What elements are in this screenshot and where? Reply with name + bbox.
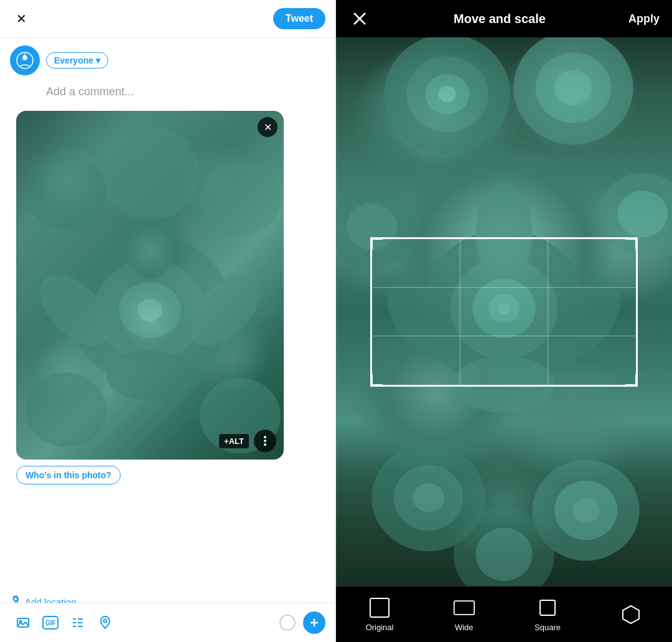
svg-point-15	[26, 154, 106, 229]
image-actions: +ALT	[219, 430, 276, 452]
svg-point-17	[26, 372, 106, 447]
original-icon	[368, 597, 391, 619]
image-preview-wrapper: ✕ +ALT	[16, 111, 284, 460]
close-button-right[interactable]	[348, 7, 371, 30]
svg-point-72	[475, 528, 532, 581]
more-options-button[interactable]	[254, 430, 276, 452]
svg-point-47	[554, 70, 592, 106]
full-image-bg	[336, 37, 672, 586]
image-preview-bg	[16, 111, 284, 460]
tab-custom[interactable]	[620, 603, 642, 626]
svg-rect-26	[17, 618, 29, 627]
svg-point-36	[104, 620, 107, 623]
wide-label: Wide	[455, 623, 474, 632]
alt-button[interactable]: +ALT	[219, 434, 249, 448]
svg-point-62	[347, 203, 397, 250]
left-header: ✕ Tweet	[0, 0, 335, 38]
whos-in-photo-section: Who's in this photo?	[16, 466, 319, 484]
svg-point-70	[572, 498, 600, 523]
user-row: Everyone ▾	[10, 45, 325, 75]
bottom-toolbar: GIF	[0, 603, 335, 642]
bottom-tab-bar: Original Wide Square	[336, 586, 672, 642]
audience-label: Everyone	[54, 55, 93, 65]
tab-wide[interactable]: Wide	[453, 597, 475, 632]
whos-in-photo-button[interactable]: Who's in this photo?	[16, 466, 121, 484]
svg-point-44	[439, 86, 456, 102]
svg-point-14	[100, 126, 200, 220]
svg-point-20	[264, 440, 266, 442]
svg-rect-73	[370, 598, 389, 617]
image-crop-area[interactable]	[336, 37, 672, 586]
svg-point-16	[200, 161, 281, 235]
audience-button[interactable]: Everyone ▾	[46, 52, 108, 68]
svg-text:GIF: GIF	[45, 620, 56, 626]
add-tweet-button[interactable]	[303, 611, 325, 634]
avatar	[10, 45, 40, 75]
tab-square[interactable]: Square	[534, 597, 561, 632]
svg-point-19	[264, 436, 266, 438]
custom-icon	[620, 603, 642, 626]
right-panel: Move and scale Apply	[336, 0, 672, 642]
right-header: Move and scale Apply	[336, 0, 672, 37]
svg-point-21	[264, 443, 266, 446]
svg-rect-75	[540, 600, 555, 615]
composer-area: Everyone ▾ Add a comment...	[0, 38, 335, 587]
list-toolbar-button[interactable]	[65, 610, 91, 636]
square-icon	[536, 597, 559, 619]
move-scale-title: Move and scale	[454, 12, 546, 26]
image-close-button[interactable]: ✕	[258, 117, 278, 137]
svg-point-22	[14, 597, 17, 601]
image-toolbar-button[interactable]	[10, 610, 36, 636]
chevron-down-icon: ▾	[96, 55, 100, 65]
svg-point-64	[617, 191, 668, 237]
comment-input[interactable]: Add a comment...	[10, 80, 325, 103]
svg-point-12	[106, 351, 194, 400]
original-label: Original	[366, 623, 394, 632]
svg-point-5	[138, 299, 162, 321]
svg-rect-74	[454, 601, 474, 615]
location-toolbar-button[interactable]	[92, 610, 118, 636]
left-panel: ✕ Tweet Everyone ▾ Add a comment...	[0, 0, 336, 642]
tweet-button[interactable]: Tweet	[273, 8, 325, 29]
toolbar-icons: GIF	[10, 610, 118, 636]
gif-toolbar-button[interactable]: GIF	[37, 610, 63, 636]
apply-button[interactable]: Apply	[628, 12, 660, 26]
square-label: Square	[534, 623, 561, 632]
tab-original[interactable]: Original	[366, 597, 394, 632]
close-button-left[interactable]: ✕	[10, 7, 32, 30]
svg-point-60	[498, 303, 510, 314]
wide-icon	[453, 597, 475, 619]
character-count-indicator	[279, 615, 296, 631]
svg-point-67	[413, 483, 444, 512]
svg-point-55	[454, 356, 554, 412]
